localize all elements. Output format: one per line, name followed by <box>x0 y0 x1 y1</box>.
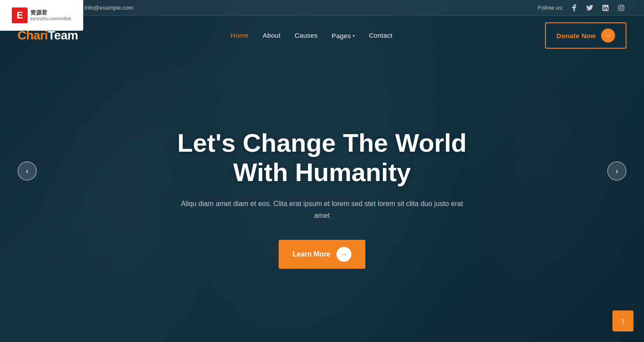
nav-item-about[interactable]: About <box>263 32 281 39</box>
linkedin-icon[interactable] <box>600 3 611 13</box>
nav-links: Home About Causes Pages ▾ Contact <box>231 32 393 39</box>
back-to-top-button[interactable]: ↑ <box>612 310 633 331</box>
watermark-badge: E 资源君 eyunzhu.com/vdisk <box>0 0 83 31</box>
learn-more-label: Learn More <box>293 250 330 258</box>
twitter-icon[interactable] <box>584 3 595 13</box>
instagram-icon[interactable] <box>616 3 626 13</box>
watermark-line1: 资源君 <box>30 9 71 16</box>
watermark-letter: E <box>12 7 28 23</box>
hero-title-line2: With Humanity <box>233 158 410 186</box>
donate-arrow-icon: → <box>601 28 615 43</box>
donate-label: Donate Now <box>556 32 596 39</box>
topbar: New York, USA info@example.com Follow us… <box>0 0 644 16</box>
nav-link-home[interactable]: Home <box>231 32 249 39</box>
learn-more-arrow-icon: → <box>336 247 351 262</box>
watermark-line2: eyunzhu.com/vdisk <box>30 16 71 21</box>
nav-item-pages[interactable]: Pages ▾ <box>332 32 355 39</box>
hero-section: E 资源君 eyunzhu.com/vdisk New York, USA <box>0 0 644 342</box>
hero-title: Let's Change The World With Humanity <box>177 128 467 187</box>
facebook-icon[interactable] <box>569 3 579 13</box>
pages-chevron-icon: ▾ <box>353 33 355 38</box>
email-text: info@example.com <box>85 4 133 11</box>
nav-link-pages[interactable]: Pages <box>332 32 351 39</box>
nav-item-home[interactable]: Home <box>231 32 249 39</box>
hero-title-line1: Let's Change The World <box>177 128 467 157</box>
nav-link-causes[interactable]: Causes <box>294 32 318 39</box>
nav-link-contact[interactable]: Contact <box>369 32 393 39</box>
topbar-email: info@example.com <box>76 4 133 11</box>
follow-label: Follow us: <box>538 4 563 11</box>
topbar-right: Follow us: <box>538 3 626 13</box>
nav-item-causes[interactable]: Causes <box>294 32 318 39</box>
navbar: Chari Team Home About Causes Pages ▾ Con… <box>0 16 644 55</box>
nav-item-contact[interactable]: Contact <box>369 32 393 39</box>
slider-next-button[interactable]: › <box>607 161 626 181</box>
nav-link-about[interactable]: About <box>263 32 281 39</box>
donate-button[interactable]: Donate Now → <box>545 22 626 49</box>
learn-more-button[interactable]: Learn More → <box>279 240 365 269</box>
hero-content: Let's Change The World With Humanity Ali… <box>0 55 644 342</box>
slider-prev-button[interactable]: ‹ <box>18 161 37 181</box>
hero-subtitle: Aliqu diam amet diam et eos. Clita erat … <box>173 198 471 221</box>
